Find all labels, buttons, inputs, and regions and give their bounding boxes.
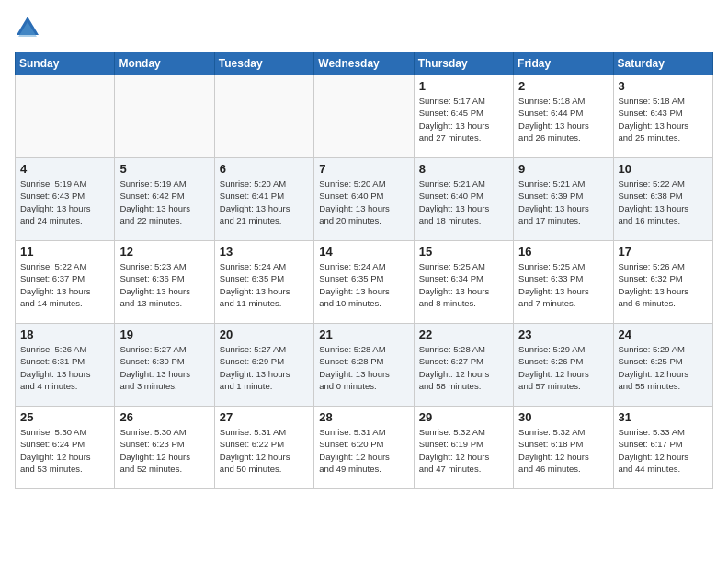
day-number: 15 — [419, 245, 508, 259]
calendar-cell: 8Sunrise: 5:21 AM Sunset: 6:40 PM Daylig… — [414, 158, 513, 241]
day-info: Sunrise: 5:32 AM Sunset: 6:19 PM Dayligh… — [419, 426, 508, 475]
header-saturday: Saturday — [613, 52, 712, 75]
header-tuesday: Tuesday — [214, 52, 313, 75]
day-number: 7 — [319, 162, 408, 176]
calendar-table: SundayMondayTuesdayWednesdayThursdayFrid… — [15, 52, 713, 489]
day-info: Sunrise: 5:29 AM Sunset: 6:26 PM Dayligh… — [518, 343, 608, 392]
day-number: 6 — [220, 162, 309, 176]
day-info: Sunrise: 5:23 AM Sunset: 6:36 PM Dayligh… — [119, 260, 209, 309]
calendar-cell: 5Sunrise: 5:19 AM Sunset: 6:42 PM Daylig… — [115, 158, 214, 241]
calendar-week-row: 18Sunrise: 5:26 AM Sunset: 6:31 PM Dayli… — [16, 324, 713, 407]
day-info: Sunrise: 5:24 AM Sunset: 6:35 PM Dayligh… — [220, 260, 309, 309]
calendar-cell — [115, 75, 214, 158]
day-info: Sunrise: 5:31 AM Sunset: 6:22 PM Dayligh… — [220, 426, 309, 475]
calendar-cell: 18Sunrise: 5:26 AM Sunset: 6:31 PM Dayli… — [16, 324, 115, 407]
day-info: Sunrise: 5:21 AM Sunset: 6:39 PM Dayligh… — [518, 178, 608, 226]
day-info: Sunrise: 5:22 AM Sunset: 6:37 PM Dayligh… — [20, 260, 109, 309]
calendar-cell — [16, 75, 115, 158]
calendar-cell: 24Sunrise: 5:29 AM Sunset: 6:25 PM Dayli… — [613, 324, 712, 407]
day-info: Sunrise: 5:29 AM Sunset: 6:25 PM Dayligh… — [619, 343, 708, 392]
day-info: Sunrise: 5:25 AM Sunset: 6:34 PM Dayligh… — [419, 260, 508, 309]
day-number: 8 — [419, 162, 508, 176]
day-number: 17 — [619, 245, 708, 259]
day-number: 16 — [518, 245, 608, 259]
day-number: 29 — [419, 410, 508, 424]
calendar-cell — [314, 75, 414, 158]
day-number: 5 — [119, 162, 209, 176]
calendar-cell: 10Sunrise: 5:22 AM Sunset: 6:38 PM Dayli… — [613, 158, 712, 241]
day-info: Sunrise: 5:17 AM Sunset: 6:45 PM Dayligh… — [419, 95, 508, 144]
day-info: Sunrise: 5:19 AM Sunset: 6:42 PM Dayligh… — [119, 178, 209, 226]
day-info: Sunrise: 5:20 AM Sunset: 6:41 PM Dayligh… — [220, 178, 309, 226]
day-info: Sunrise: 5:28 AM Sunset: 6:28 PM Dayligh… — [319, 343, 408, 392]
calendar-cell: 9Sunrise: 5:21 AM Sunset: 6:39 PM Daylig… — [514, 158, 613, 241]
calendar-cell: 11Sunrise: 5:22 AM Sunset: 6:37 PM Dayli… — [16, 241, 115, 324]
day-number: 2 — [518, 79, 608, 93]
calendar-cell: 21Sunrise: 5:28 AM Sunset: 6:28 PM Dayli… — [314, 324, 414, 407]
header-sunday: Sunday — [16, 52, 115, 75]
day-number: 13 — [220, 245, 309, 259]
day-info: Sunrise: 5:26 AM Sunset: 6:32 PM Dayligh… — [619, 260, 708, 309]
day-number: 31 — [619, 410, 708, 424]
calendar-cell: 4Sunrise: 5:19 AM Sunset: 6:43 PM Daylig… — [16, 158, 115, 241]
logo — [15, 15, 44, 40]
day-number: 22 — [419, 327, 508, 341]
day-number: 24 — [619, 327, 708, 341]
day-number: 1 — [419, 79, 508, 93]
day-number: 28 — [319, 410, 408, 424]
day-info: Sunrise: 5:28 AM Sunset: 6:27 PM Dayligh… — [419, 343, 508, 392]
day-info: Sunrise: 5:33 AM Sunset: 6:17 PM Dayligh… — [619, 426, 708, 475]
day-number: 27 — [220, 410, 309, 424]
calendar-cell: 25Sunrise: 5:30 AM Sunset: 6:24 PM Dayli… — [16, 407, 115, 489]
day-info: Sunrise: 5:25 AM Sunset: 6:33 PM Dayligh… — [518, 260, 608, 309]
day-info: Sunrise: 5:18 AM Sunset: 6:44 PM Dayligh… — [518, 95, 608, 144]
calendar-cell: 22Sunrise: 5:28 AM Sunset: 6:27 PM Dayli… — [414, 324, 513, 407]
header-monday: Monday — [115, 52, 214, 75]
header-friday: Friday — [514, 52, 613, 75]
day-number: 23 — [518, 327, 608, 341]
header-wednesday: Wednesday — [314, 52, 414, 75]
day-number: 9 — [518, 162, 608, 176]
calendar-cell: 14Sunrise: 5:24 AM Sunset: 6:35 PM Dayli… — [314, 241, 414, 324]
day-number: 10 — [619, 162, 708, 176]
calendar-cell: 12Sunrise: 5:23 AM Sunset: 6:36 PM Dayli… — [115, 241, 214, 324]
day-number: 19 — [119, 327, 209, 341]
day-number: 4 — [20, 162, 109, 176]
day-number: 14 — [319, 245, 408, 259]
calendar-cell: 26Sunrise: 5:30 AM Sunset: 6:23 PM Dayli… — [115, 407, 214, 489]
calendar-cell — [214, 75, 313, 158]
page-header — [15, 15, 713, 40]
day-number: 21 — [319, 327, 408, 341]
day-number: 3 — [619, 79, 708, 93]
day-info: Sunrise: 5:27 AM Sunset: 6:30 PM Dayligh… — [119, 343, 209, 392]
calendar-cell: 28Sunrise: 5:31 AM Sunset: 6:20 PM Dayli… — [314, 407, 414, 489]
calendar-cell: 1Sunrise: 5:17 AM Sunset: 6:45 PM Daylig… — [414, 75, 513, 158]
calendar-week-row: 4Sunrise: 5:19 AM Sunset: 6:43 PM Daylig… — [16, 158, 713, 241]
day-number: 18 — [20, 327, 109, 341]
calendar-week-row: 25Sunrise: 5:30 AM Sunset: 6:24 PM Dayli… — [16, 407, 713, 489]
day-number: 30 — [518, 410, 608, 424]
day-info: Sunrise: 5:26 AM Sunset: 6:31 PM Dayligh… — [20, 343, 109, 392]
day-info: Sunrise: 5:22 AM Sunset: 6:38 PM Dayligh… — [619, 178, 708, 226]
calendar-cell: 7Sunrise: 5:20 AM Sunset: 6:40 PM Daylig… — [314, 158, 414, 241]
calendar-cell: 20Sunrise: 5:27 AM Sunset: 6:29 PM Dayli… — [214, 324, 313, 407]
day-info: Sunrise: 5:20 AM Sunset: 6:40 PM Dayligh… — [319, 178, 408, 226]
calendar-cell: 13Sunrise: 5:24 AM Sunset: 6:35 PM Dayli… — [214, 241, 313, 324]
day-info: Sunrise: 5:30 AM Sunset: 6:24 PM Dayligh… — [20, 426, 109, 475]
calendar-cell: 2Sunrise: 5:18 AM Sunset: 6:44 PM Daylig… — [514, 75, 613, 158]
day-info: Sunrise: 5:27 AM Sunset: 6:29 PM Dayligh… — [220, 343, 309, 392]
calendar-cell: 27Sunrise: 5:31 AM Sunset: 6:22 PM Dayli… — [214, 407, 313, 489]
calendar-week-row: 11Sunrise: 5:22 AM Sunset: 6:37 PM Dayli… — [16, 241, 713, 324]
calendar-cell: 17Sunrise: 5:26 AM Sunset: 6:32 PM Dayli… — [613, 241, 712, 324]
calendar-cell: 19Sunrise: 5:27 AM Sunset: 6:30 PM Dayli… — [115, 324, 214, 407]
calendar-cell: 23Sunrise: 5:29 AM Sunset: 6:26 PM Dayli… — [514, 324, 613, 407]
logo-icon — [15, 15, 40, 40]
calendar-cell: 29Sunrise: 5:32 AM Sunset: 6:19 PM Dayli… — [414, 407, 513, 489]
day-number: 20 — [220, 327, 309, 341]
day-info: Sunrise: 5:31 AM Sunset: 6:20 PM Dayligh… — [319, 426, 408, 475]
day-number: 26 — [119, 410, 209, 424]
day-info: Sunrise: 5:21 AM Sunset: 6:40 PM Dayligh… — [419, 178, 508, 226]
day-info: Sunrise: 5:18 AM Sunset: 6:43 PM Dayligh… — [619, 95, 708, 144]
day-number: 12 — [119, 245, 209, 259]
day-info: Sunrise: 5:24 AM Sunset: 6:35 PM Dayligh… — [319, 260, 408, 309]
